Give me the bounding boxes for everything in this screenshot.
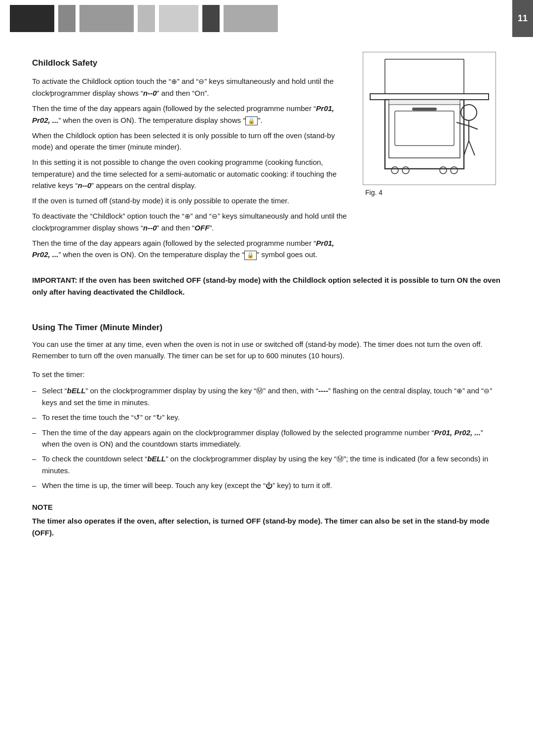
page-number: 11	[512, 0, 533, 37]
childlock-para4: In this setting it is not possible to ch…	[32, 156, 350, 191]
svg-point-8	[451, 167, 457, 174]
childlock-para6: To deactivate the “Childlock” option tou…	[32, 210, 350, 233]
divider	[32, 303, 501, 318]
timer-steps: Select “bELL” on the clock∕programmer di…	[32, 385, 501, 491]
timer-heading: Using The Timer (Minute Minder)	[32, 323, 501, 333]
svg-line-14	[457, 122, 469, 126]
childlock-para3: When the Childlock option has been selec…	[32, 130, 350, 153]
svg-rect-2	[389, 104, 460, 158]
note-section: NOTE The timer also operates if the oven…	[32, 501, 501, 539]
childlock-para7: Then the time of the day appears again (…	[32, 237, 350, 261]
childlock-text-content: Childlock Safety To activate the Childlo…	[32, 52, 350, 265]
svg-line-16	[464, 141, 469, 155]
note-label: NOTE	[32, 501, 501, 513]
svg-point-6	[402, 167, 409, 174]
childlock-para1: To activate the Childlock option touch t…	[32, 76, 350, 99]
svg-line-15	[469, 126, 478, 129]
page: 11 Childlock Safety To activate the Chil…	[0, 0, 533, 756]
bar-block-3	[79, 5, 134, 32]
svg-rect-3	[395, 111, 454, 146]
svg-point-7	[440, 167, 447, 174]
main-content: Childlock Safety To activate the Childlo…	[0, 37, 533, 563]
timer-step-1: Select “bELL” on the clock∕programmer di…	[32, 385, 501, 408]
childlock-para5: If the oven is turned off (stand-by mode…	[32, 195, 350, 206]
svg-rect-18	[389, 100, 460, 105]
bar-block-5	[159, 5, 198, 32]
timer-section: Using The Timer (Minute Minder) You can …	[32, 323, 501, 539]
note-text: The timer also operates if the oven, aft…	[32, 515, 501, 539]
svg-point-5	[391, 167, 398, 174]
bar-block-1	[10, 5, 54, 32]
oven-illustration	[363, 52, 496, 185]
timer-step-3: Then the time of the day appears again o…	[32, 427, 501, 450]
page-number-text: 11	[518, 13, 528, 24]
bar-block-2	[58, 5, 76, 32]
svg-line-17	[469, 141, 475, 155]
top-decorative-bar	[0, 0, 533, 37]
timer-intro: You can use the timer at any time, even …	[32, 339, 501, 362]
childlock-section: Childlock Safety To activate the Childlo…	[32, 52, 501, 265]
timer-step-4: To check the countdown select “bELL” on …	[32, 453, 501, 476]
oven-svg	[365, 54, 494, 183]
childlock-important: IMPORTANT: If the oven has been switched…	[32, 274, 501, 298]
bar-block-7	[224, 5, 278, 32]
childlock-para2: Then the time of the day appears again (…	[32, 103, 350, 126]
bar-block-6	[202, 5, 220, 32]
svg-rect-4	[412, 108, 437, 111]
svg-rect-0	[370, 94, 489, 100]
figure-label: Fig. 4	[363, 188, 501, 198]
childlock-figure: Fig. 4	[363, 52, 501, 202]
childlock-heading: Childlock Safety	[32, 57, 350, 70]
timer-step-2: To reset the time touch the “↺” or “↻” k…	[32, 412, 501, 423]
timer-to-set: To set the timer:	[32, 369, 501, 380]
timer-step-5: When the time is up, the timer will beep…	[32, 480, 501, 491]
bar-block-4	[138, 5, 155, 32]
